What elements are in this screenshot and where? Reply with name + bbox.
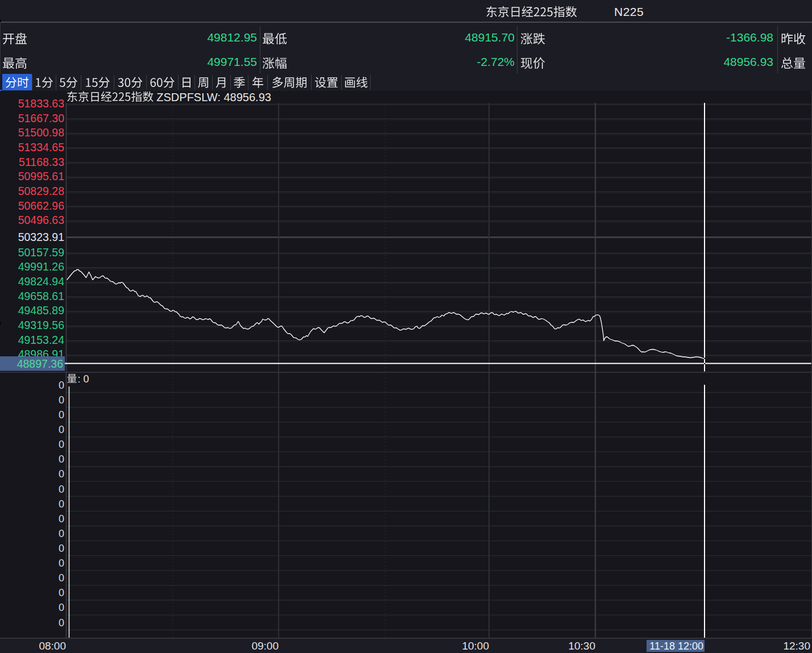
svg-text:0: 0 (59, 468, 64, 480)
svg-text:0: 0 (59, 617, 64, 629)
svg-text:0: 0 (59, 394, 64, 406)
svg-text:51334.65: 51334.65 (18, 141, 64, 153)
svg-text:0: 0 (59, 380, 64, 391)
svg-text:0: 0 (59, 439, 64, 450)
svg-text:0: 0 (59, 528, 64, 539)
svg-text:12:30: 12:30 (783, 640, 810, 652)
svg-text:50496.63: 50496.63 (18, 214, 64, 226)
svg-text:49824.94: 49824.94 (18, 275, 64, 288)
svg-text:49485.89: 49485.89 (18, 304, 64, 317)
svg-text:: 0: : 0 (78, 373, 89, 385)
svg-text:51833.63: 51833.63 (18, 97, 64, 110)
svg-text:49991.26: 49991.26 (18, 260, 64, 273)
svg-text:51500.98: 51500.98 (18, 126, 64, 139)
svg-text:09:00: 09:00 (251, 640, 279, 652)
svg-text:51168.33: 51168.33 (19, 156, 64, 168)
svg-text:0: 0 (59, 572, 64, 584)
svg-text:0: 0 (59, 498, 64, 510)
svg-text:0: 0 (59, 484, 64, 495)
svg-text:48897.36: 48897.36 (17, 357, 63, 370)
svg-text:0: 0 (59, 543, 64, 554)
svg-text:08:00: 08:00 (39, 640, 66, 652)
svg-text:0: 0 (59, 587, 64, 598)
svg-text:0: 0 (59, 513, 64, 525)
svg-text:0: 0 (59, 602, 64, 613)
svg-text:0: 0 (59, 454, 64, 465)
svg-text:50323.91: 50323.91 (18, 231, 64, 243)
svg-text:50995.61: 50995.61 (18, 170, 64, 182)
svg-text:50829.28: 50829.28 (18, 185, 64, 197)
svg-text:10:00: 10:00 (462, 640, 489, 652)
svg-text:49319.56: 49319.56 (18, 319, 64, 331)
svg-text:10:30: 10:30 (568, 640, 595, 652)
svg-text:ZSDPFSLW: 48956.93: ZSDPFSLW: 48956.93 (156, 91, 271, 103)
svg-text:0: 0 (59, 558, 64, 569)
svg-text:49153.24: 49153.24 (18, 334, 64, 346)
svg-text:0: 0 (59, 409, 64, 421)
svg-text:49658.61: 49658.61 (18, 290, 64, 302)
svg-text:0: 0 (59, 424, 64, 435)
svg-text:50157.59: 50157.59 (18, 246, 64, 259)
svg-text:50662.96: 50662.96 (18, 199, 64, 212)
svg-text:51667.30: 51667.30 (18, 112, 64, 124)
svg-text:11-18 12:00: 11-18 12:00 (649, 640, 703, 652)
